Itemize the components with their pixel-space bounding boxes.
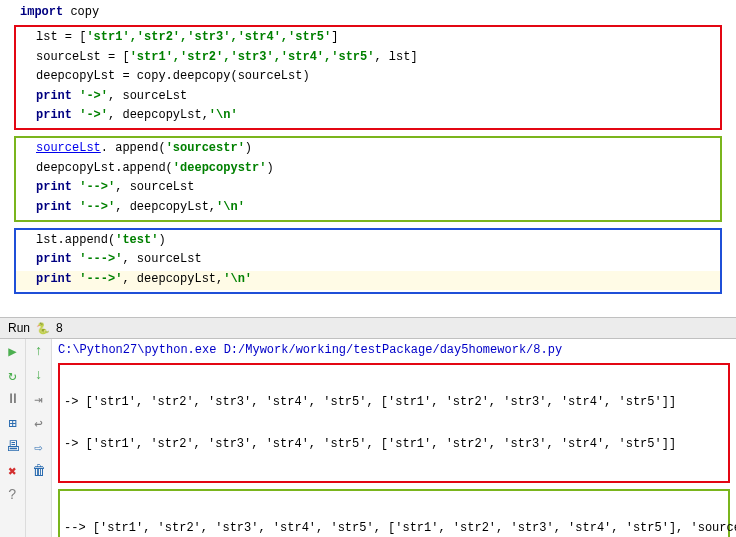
code-line: print '->', sourceLst (16, 88, 720, 107)
text: copy (63, 5, 99, 19)
code-line: sourceLst. append('sourcestr') (16, 140, 720, 159)
code-line: print '--->', sourceLst (16, 251, 720, 270)
trash-icon[interactable]: 🗑 (31, 463, 47, 479)
text: lst.append( (36, 233, 115, 247)
code-line: sourceLst = ['str1','str2','str3','str4'… (16, 49, 720, 68)
keyword: print (36, 252, 79, 266)
text: , sourceLst (122, 252, 201, 266)
run-toolbar-left: ▶ ↻ ⏸ ⊞ 🖶 ✖ ? (0, 339, 26, 537)
code-line: import copy (0, 4, 736, 23)
command-line: C:\Python27\python.exe D:/Mywork/working… (58, 343, 730, 361)
keyword: print (36, 272, 79, 286)
print-icon[interactable]: 🖶 (5, 439, 21, 455)
highlight-box-red: lst = ['str1','str2','str3','str4','str5… (14, 25, 722, 130)
code-line: print '->', deepcopyLst,'\n' (16, 107, 720, 126)
text: , sourceLst (115, 180, 194, 194)
text: deepcopyLst.append( (36, 161, 173, 175)
console-output[interactable]: C:\Python27\python.exe D:/Mywork/working… (52, 339, 736, 537)
string: '->' (79, 108, 108, 122)
text: lst = [ (36, 30, 86, 44)
keyword: print (36, 89, 79, 103)
run-config-name: 8 (56, 321, 63, 335)
code-line: deepcopyLst = copy.deepcopy(sourceLst) (16, 68, 720, 87)
close-icon[interactable]: ✖ (5, 463, 21, 479)
text: ) (245, 141, 252, 155)
output-line: -> ['str1', 'str2', 'str3', 'str4', 'str… (64, 395, 724, 409)
keyword: import (20, 5, 63, 19)
string: '-->' (79, 200, 115, 214)
string: '\n' (209, 108, 238, 122)
highlight-box-blue: lst.append('test') print '--->', sourceL… (14, 228, 722, 294)
text: , deepcopyLst, (108, 108, 209, 122)
output-box-red: -> ['str1', 'str2', 'str3', 'str4', 'str… (58, 363, 730, 483)
text: , lst] (374, 50, 417, 64)
string: '->' (79, 89, 108, 103)
string: '--->' (79, 252, 122, 266)
text: ) (158, 233, 165, 247)
run-toolbar-right: ↑ ↓ ⇥ ↩ ⇨ 🗑 (26, 339, 52, 537)
text: ] (331, 30, 338, 44)
scroll-down-icon[interactable]: ↓ (31, 367, 47, 383)
text: ) (266, 161, 273, 175)
code-line: print '-->', sourceLst (16, 179, 720, 198)
wrap-icon[interactable]: ↩ (31, 415, 47, 431)
string: 'str1','str2','str3','str4','str5' (130, 50, 375, 64)
code-line: lst = ['str1','str2','str3','str4','str5… (16, 29, 720, 48)
run-icon[interactable]: ▶ (5, 343, 21, 359)
string: 'str1','str2','str3','str4','str5' (86, 30, 331, 44)
goto-icon[interactable]: ⇨ (31, 439, 47, 455)
pause-icon[interactable]: ⏸ (5, 391, 21, 407)
string: 'test' (115, 233, 158, 247)
string: 'deepcopystr' (173, 161, 267, 175)
string: '-->' (79, 180, 115, 194)
highlight-box-green: sourceLst. append('sourcestr') deepcopyL… (14, 136, 722, 222)
run-toolwindow-header[interactable]: Run 8 (0, 318, 736, 339)
run-console: ▶ ↻ ⏸ ⊞ 🖶 ✖ ? ↑ ↓ ⇥ ↩ ⇨ 🗑 C:\Python27\py… (0, 339, 736, 537)
layout-icon[interactable]: ⊞ (5, 415, 21, 431)
text: . append( (101, 141, 166, 155)
text: , sourceLst (108, 89, 187, 103)
text: , deepcopyLst, (115, 200, 216, 214)
keyword: print (36, 108, 79, 122)
python-icon (36, 321, 50, 335)
export-icon[interactable]: ⇥ (31, 391, 47, 407)
reference-link[interactable]: sourceLst (36, 141, 101, 155)
help-icon[interactable]: ? (5, 487, 21, 503)
output-box-green: --> ['str1', 'str2', 'str3', 'str4', 'st… (58, 489, 730, 537)
text: sourceLst = [ (36, 50, 130, 64)
string: '--->' (79, 272, 122, 286)
scroll-up-icon[interactable]: ↑ (31, 343, 47, 359)
string: '\n' (216, 200, 245, 214)
output-line: -> ['str1', 'str2', 'str3', 'str4', 'str… (64, 437, 724, 451)
run-label: Run (8, 321, 30, 335)
keyword: print (36, 180, 79, 194)
rerun-icon[interactable]: ↻ (5, 367, 21, 383)
text: deepcopyLst = copy.deepcopy(sourceLst) (36, 69, 310, 83)
keyword: print (36, 200, 79, 214)
text: , deepcopyLst, (122, 272, 223, 286)
string: 'sourcestr' (166, 141, 245, 155)
code-line: print '-->', deepcopyLst,'\n' (16, 199, 720, 218)
code-line: deepcopyLst.append('deepcopystr') (16, 160, 720, 179)
output-line: --> ['str1', 'str2', 'str3', 'str4', 'st… (64, 521, 724, 535)
code-line: lst.append('test') (16, 232, 720, 251)
string: '\n' (223, 272, 252, 286)
code-editor[interactable]: import copy lst = ['str1','str2','str3',… (0, 0, 736, 318)
code-line: print '--->', deepcopyLst,'\n' (16, 271, 720, 290)
